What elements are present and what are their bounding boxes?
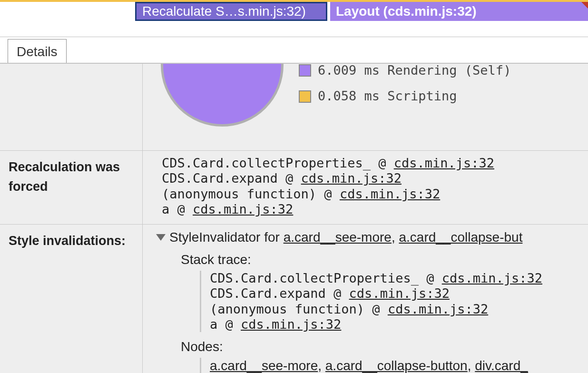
pie-rendering-slice [161,64,284,127]
flame-bar-layout[interactable]: Layout (cds.min.js:32) [330,2,588,21]
row-label: Style invalidations: [0,225,143,373]
invalidated-nodes-list: a.card__see-more, a.card__collapse-butto… [200,358,578,373]
source-link[interactable]: cds.min.js:32 [394,156,494,170]
details-panel: 6.009 ms Rendering (Self) 0.058 ms Scrip… [0,63,588,373]
legend-item-scripting: 0.058 ms Scripting [299,88,511,104]
stack-frame: CDS.Card.expand @ cds.min.js:32 [210,286,578,301]
stack-frame: CDS.Card.collectProperties_ @ cds.min.js… [210,271,578,286]
tab-details[interactable]: Details [8,39,67,63]
node-link[interactable]: a.card__see-more [210,358,318,373]
stack-frame: CDS.Card.collectProperties_ @ cds.min.js… [162,156,578,171]
source-link[interactable]: cds.min.js:32 [241,317,341,332]
forced-stack-trace: CDS.Card.collectProperties_ @ cds.min.js… [143,151,588,224]
style-invalidations-value: StyleInvalidator for a.card__see-more, a… [143,225,588,373]
selector-link[interactable]: a.card__collapse-but [399,230,522,245]
stack-trace-label: Stack trace: [181,252,578,268]
source-link[interactable]: cds.min.js:32 [349,286,450,301]
stack-frame: CDS.Card.expand @ cds.min.js:32 [162,171,578,186]
swatch-rendering-icon [299,64,311,77]
flame-bar-label: Recalculate S…s.min.js:32) [142,4,306,19]
source-link[interactable]: cds.min.js:32 [301,171,402,186]
source-link[interactable]: cds.min.js:32 [340,186,440,201]
details-tab-strip: Details [0,37,588,63]
stack-frame: a @ cds.min.js:32 [210,317,578,332]
row-label: Recalculation was forced [0,151,143,224]
tab-label: Details [17,44,58,59]
style-invalidator-header[interactable]: StyleInvalidator for a.card__see-more, a… [156,229,578,245]
invalidation-stack-trace: CDS.Card.collectProperties_ @ cds.min.js… [200,271,578,333]
nodes-label: Nodes: [181,339,578,355]
node-link[interactable]: a.card__collapse-button [325,358,468,373]
disclosure-triangle-icon[interactable] [156,234,166,241]
source-link[interactable]: cds.min.js:32 [388,302,488,316]
flame-chart-row: Recalculate S…s.min.js:32) Layout (cds.m… [0,0,588,22]
selector-link[interactable]: a.card__see-more [284,230,392,245]
stack-frame: a @ cds.min.js:32 [162,202,578,217]
swatch-scripting-icon [299,90,311,103]
pie-chart [162,64,286,144]
legend-text: 6.009 ms Rendering (Self) [318,64,511,78]
stack-frame: (anonymous function) @ cds.min.js:32 [162,186,578,202]
flame-bar-label: Layout (cds.min.js:32) [336,4,477,19]
legend-text: 0.058 ms Scripting [318,88,457,104]
node-link[interactable]: div.card_ [475,358,528,373]
pie-legend: 6.009 ms Rendering (Self) 0.058 ms Scrip… [299,64,511,115]
row-aggregated-time: 6.009 ms Rendering (Self) 0.058 ms Scrip… [0,64,588,151]
flame-bar-recalculate-style[interactable]: Recalculate S…s.min.js:32) [135,2,327,21]
row-label-blank [0,64,143,150]
warning-corner-icon [581,2,588,9]
aggregated-time-value: 6.009 ms Rendering (Self) 0.058 ms Scrip… [143,64,588,150]
row-recalculation-forced: Recalculation was forced CDS.Card.collec… [0,151,588,225]
source-link[interactable]: cds.min.js:32 [442,271,542,285]
legend-item-rendering: 6.009 ms Rendering (Self) [299,64,511,78]
source-link[interactable]: cds.min.js:32 [193,202,293,216]
row-style-invalidations: Style invalidations: StyleInvalidator fo… [0,225,588,373]
stack-frame: (anonymous function) @ cds.min.js:32 [210,302,578,317]
style-invalidator-block: StyleInvalidator for a.card__see-more, a… [156,229,578,373]
